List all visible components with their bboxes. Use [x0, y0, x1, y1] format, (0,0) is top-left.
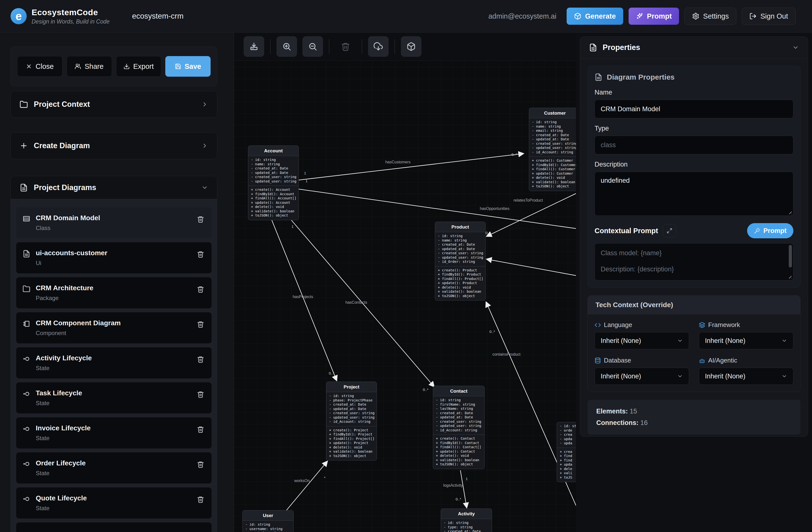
tech-context-title: Tech Context (Override): [588, 296, 800, 314]
tech-select-database[interactable]: Inherit (None): [595, 368, 689, 385]
diagram-stats-card: Elements: 15 Connections: 16: [588, 400, 800, 434]
close-label: Close: [35, 62, 54, 71]
diagram-list: CRM Domain ModelClassui-accounts-custome…: [11, 199, 217, 532]
diagram-item-subtitle: State: [36, 400, 82, 407]
generate-button[interactable]: Generate: [567, 8, 623, 25]
class-attributes: - id: string- username: string- created_…: [243, 521, 293, 532]
delete-diagram-button[interactable]: [197, 286, 204, 293]
share-button[interactable]: Share: [67, 56, 112, 77]
close-button[interactable]: Close: [17, 56, 62, 77]
edge-multiplicity: 1: [466, 477, 468, 481]
description-textarea[interactable]: undefined: [595, 172, 793, 216]
edge-multiplicity: 1: [306, 179, 307, 183]
code-icon: [595, 322, 601, 328]
import-tool-button[interactable]: [244, 36, 264, 57]
app-tagline: Design in Words, Build in Code: [32, 18, 110, 25]
contextual-prompt-textarea[interactable]: Class model: {name}Description: {descrip…: [595, 243, 793, 281]
zoom-in-tool-button[interactable]: [276, 36, 297, 57]
sign-out-label: Sign Out: [760, 12, 788, 20]
users-icon: [75, 63, 81, 70]
diagram-list-item-5[interactable]: Task LifecycleState: [16, 382, 212, 414]
rows-icon: [23, 215, 30, 222]
cube-icon: [406, 42, 416, 51]
download-icon: [124, 63, 130, 70]
toolbar-divider: [270, 39, 271, 54]
delete-diagram-button[interactable]: [197, 461, 204, 468]
sign-out-button[interactable]: Sign Out: [742, 8, 796, 25]
export-button[interactable]: Export: [116, 56, 161, 77]
diagram-item-title: Task Lifecycle: [36, 389, 82, 397]
delete-diagram-button[interactable]: [197, 391, 204, 398]
diagram-list-item-partial[interactable]: [16, 522, 212, 532]
create-diagram-card[interactable]: Create Diagram: [11, 132, 217, 159]
diagram-properties-head: Diagram Properties: [595, 73, 793, 81]
generate-label: Generate: [585, 12, 616, 20]
diagram-list-item-2[interactable]: CRM ArchitecturePackage: [16, 277, 212, 308]
component-icon: [23, 320, 30, 328]
properties-panel-card: Properties Diagram Properties Name Type …: [580, 37, 808, 437]
delete-diagram-button[interactable]: [197, 356, 204, 363]
delete-diagram-button[interactable]: [197, 216, 204, 223]
class-node-contact[interactable]: Contact- id: string- firstName: string- …: [433, 386, 484, 469]
class-name: Account: [248, 146, 299, 156]
prompt-button[interactable]: Prompt: [628, 8, 679, 25]
cube-tool-button[interactable]: [401, 36, 421, 57]
logout-icon: [749, 13, 757, 20]
plus-icon: [19, 142, 28, 150]
scrollbar-thumb[interactable]: [789, 245, 792, 268]
diagram-item-subtitle: State: [36, 505, 87, 512]
layers-icon: [699, 322, 705, 328]
project-diagrams-header[interactable]: Project Diagrams: [11, 176, 217, 199]
diagram-item-subtitle: State: [36, 470, 86, 477]
settings-button[interactable]: Settings: [684, 8, 736, 25]
diagram-list-item-7[interactable]: Order LifecycleState: [16, 452, 212, 484]
panel-prompt-button[interactable]: Prompt: [747, 223, 794, 238]
properties-header[interactable]: Properties: [580, 37, 808, 59]
delete-diagram-button[interactable]: [197, 250, 204, 258]
select-value: Inherit (None): [601, 373, 641, 380]
zoom-in-icon: [282, 42, 291, 51]
resize-handle-icon[interactable]: [787, 274, 792, 278]
file-icon: [23, 250, 30, 258]
wand-icon: [754, 228, 760, 234]
user-email: admin@ecosystem.ai: [488, 12, 556, 20]
delete-diagram-button[interactable]: [197, 321, 204, 328]
edge-label: containsProduct: [492, 352, 521, 357]
class-node-user[interactable]: User- id: string- username: string- crea…: [243, 510, 294, 532]
properties-content: Diagram Properties Name Type Description…: [580, 59, 808, 437]
diagram-item-title: CRM Architecture: [36, 284, 93, 292]
diagram-item-title: Quote Lifecycle: [36, 494, 87, 502]
tech-select-language[interactable]: Inherit (None): [595, 332, 689, 349]
edge-label: hasContacts: [346, 300, 367, 305]
diagram-list-item-0[interactable]: CRM Domain ModelClass: [16, 207, 212, 238]
class-node-project[interactable]: Project- id: string- phase: ProjectPhase…: [326, 382, 377, 460]
class-node-activity[interactable]: Activity- id: string- type: string- crea…: [441, 508, 492, 532]
cloud-download-tool-button[interactable]: [368, 36, 389, 57]
diagram-list-item-4[interactable]: Activity LifecycleState: [16, 347, 212, 378]
save-button[interactable]: Save: [165, 56, 211, 77]
zoom-out-tool-button[interactable]: [302, 36, 323, 57]
expand-prompt-button[interactable]: [663, 224, 676, 238]
diagram-properties-title: Diagram Properties: [607, 73, 675, 81]
class-node-customer[interactable]: Customer- id: string- name: string- emai…: [529, 108, 581, 191]
delete-diagram-button[interactable]: [197, 496, 204, 503]
diagram-list-item-8[interactable]: Quote LifecycleState: [16, 487, 212, 519]
tech-select-framework[interactable]: Inherit (None): [699, 332, 793, 349]
select-value: Inherit (None): [601, 337, 641, 345]
class-node-account[interactable]: Account- id: string- name: string- creat…: [248, 145, 299, 220]
delete-diagram-button[interactable]: [197, 426, 204, 433]
type-input[interactable]: [595, 136, 793, 154]
diagram-list-item-6[interactable]: Invoice LifecycleState: [16, 417, 212, 448]
edge-label: hasCustomers: [385, 160, 410, 164]
folder-icon: [19, 100, 28, 109]
class-node-product[interactable]: Product- id: string- name: string- creat…: [435, 222, 485, 301]
trash-tool-button[interactable]: [335, 36, 356, 57]
diagram-list-item-3[interactable]: CRM Component DiagramComponent: [16, 312, 212, 343]
diagram-list-item-1[interactable]: ui-accounts-customerUi: [16, 242, 212, 273]
project-context-card[interactable]: Project Context: [11, 91, 217, 118]
name-input[interactable]: [595, 100, 793, 118]
project-diagrams-card: Project Diagrams CRM Domain ModelClassui…: [11, 176, 217, 532]
tech-select-ai-agentic[interactable]: Inherit (None): [699, 368, 793, 385]
toolbar-divider: [329, 39, 329, 54]
class-name: Contact: [433, 386, 484, 396]
